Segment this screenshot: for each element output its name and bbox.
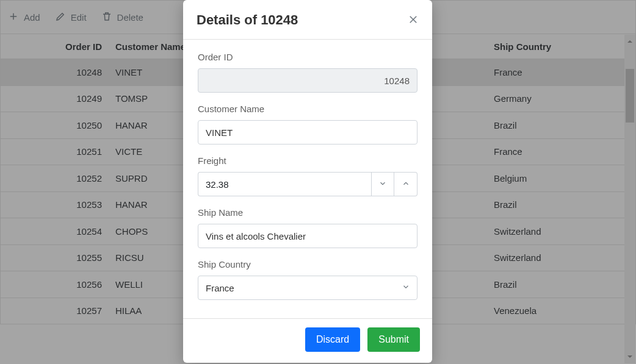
freight-decrement-button[interactable] — [371, 172, 394, 196]
label-freight: Freight — [198, 155, 417, 166]
form-group-ship-name: Ship Name Vins et alcools Chevalier — [198, 207, 417, 248]
label-order-id: Order ID — [198, 52, 417, 62]
order-id-field: 10248 — [198, 68, 417, 93]
ship-country-dropdown[interactable]: France — [198, 276, 417, 300]
label-ship-name: Ship Name — [198, 207, 417, 218]
close-button[interactable] — [408, 14, 419, 27]
dialog: Details of 10248 Order ID 10248 Customer… — [183, 0, 432, 363]
label-ship-country: Ship Country — [198, 259, 417, 269]
form-group-freight: Freight 32.38 — [198, 155, 417, 196]
close-icon — [408, 17, 419, 27]
customer-name-field[interactable]: VINET — [198, 120, 417, 145]
freight-stepper: 32.38 — [198, 172, 417, 196]
freight-field[interactable]: 32.38 — [198, 172, 371, 196]
dialog-body: Order ID 10248 Customer Name VINET Freig… — [183, 40, 432, 318]
submit-button[interactable]: Submit — [367, 327, 420, 352]
discard-button[interactable]: Discard — [305, 327, 360, 352]
dialog-footer: Discard Submit — [183, 318, 432, 363]
chevron-down-icon — [378, 179, 387, 190]
ship-name-field[interactable]: Vins et alcools Chevalier — [198, 224, 417, 248]
chevron-up-icon — [402, 179, 410, 190]
ship-country-value: France — [198, 276, 417, 300]
form-group-customer-name: Customer Name VINET — [198, 104, 417, 145]
freight-increment-button[interactable] — [394, 172, 417, 196]
dialog-header: Details of 10248 — [183, 0, 432, 40]
form-group-order-id: Order ID 10248 — [198, 52, 417, 93]
dialog-title: Details of 10248 — [197, 12, 298, 28]
form-group-ship-country: Ship Country France — [198, 259, 417, 300]
label-customer-name: Customer Name — [198, 104, 417, 114]
